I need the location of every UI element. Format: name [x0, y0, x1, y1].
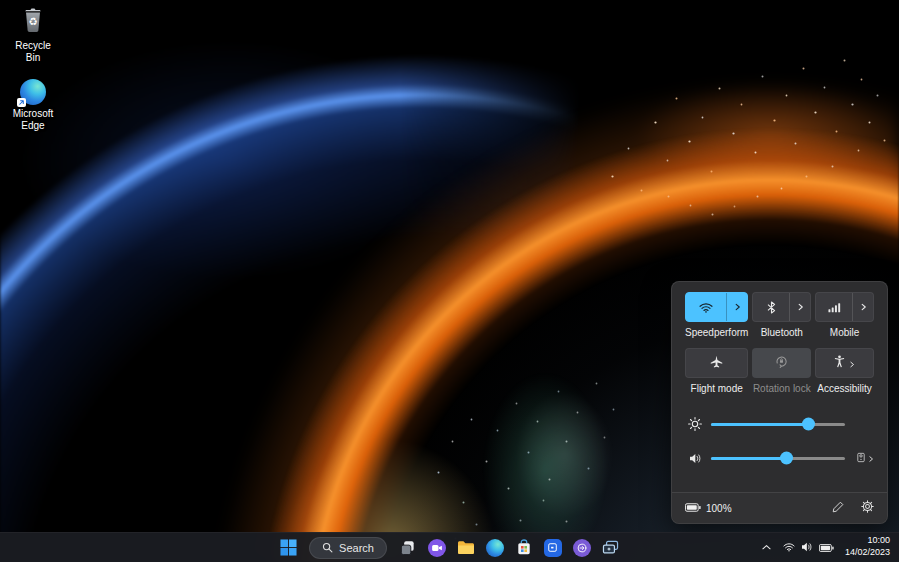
bluetooth-icon[interactable]: [753, 293, 789, 321]
volume-slider-row: [685, 441, 874, 475]
tile-flight-mode: Flight mode: [685, 348, 748, 394]
settings-gear-icon[interactable]: [861, 499, 874, 517]
bluetooth-toggle[interactable]: [752, 292, 811, 322]
cellular-icon[interactable]: [816, 293, 852, 321]
tray-speaker-icon: [801, 538, 813, 556]
mobile-toggle[interactable]: [815, 292, 874, 322]
tray-wifi-icon: [783, 538, 795, 556]
rotation-lock-icon: [775, 354, 788, 372]
accessibility-button[interactable]: [815, 348, 874, 378]
tray-battery-icon: [819, 538, 834, 556]
brightness-icon: [685, 417, 705, 431]
edge-browser-icon[interactable]: [483, 536, 507, 560]
accessibility-label: Accessibility: [817, 383, 871, 394]
desktop-icon-label: Microsoft Edge: [7, 108, 59, 131]
quick-settings-tiles: Speedperform Bluetooth: [685, 292, 874, 394]
volume-slider-thumb[interactable]: [780, 452, 793, 465]
search-box[interactable]: Search: [309, 537, 387, 559]
flight-mode-toggle[interactable]: [685, 348, 748, 378]
clock-date: 14/02/2023: [845, 547, 890, 559]
quick-settings-panel: Speedperform Bluetooth: [671, 281, 888, 524]
blue-tile-app-icon[interactable]: [541, 536, 565, 560]
desktop: ♻ Recycle Bin Microsoft Edge: [0, 0, 899, 562]
battery-status[interactable]: 100%: [685, 503, 732, 514]
bluetooth-label: Bluetooth: [761, 327, 803, 338]
arrow-circle-app-icon[interactable]: [570, 536, 594, 560]
recycle-bin-icon: ♻: [20, 5, 46, 37]
task-view-button[interactable]: [396, 536, 420, 560]
clock-time: 10:00: [845, 535, 890, 547]
microsoft-store-icon[interactable]: [512, 536, 536, 560]
tile-bluetooth: Bluetooth: [752, 292, 811, 338]
volume-slider-fill: [711, 457, 787, 460]
audio-output-icon: [857, 449, 865, 467]
brightness-slider-fill: [711, 423, 809, 426]
wifi-label: Speedperform: [685, 327, 748, 338]
mobile-expand-chevron-icon[interactable]: [852, 293, 873, 321]
clipchamp-app-icon[interactable]: [425, 536, 449, 560]
clock[interactable]: 10:00 14/02/2023: [841, 535, 897, 558]
tray-status-icons[interactable]: [776, 535, 841, 559]
rotation-lock-toggle[interactable]: [752, 348, 811, 378]
battery-icon: [685, 503, 701, 514]
mobile-label: Mobile: [830, 327, 859, 338]
brightness-slider[interactable]: [711, 423, 845, 426]
start-button[interactable]: [276, 536, 300, 560]
tile-mobile: Mobile: [815, 292, 874, 338]
accessibility-chevron-icon: [849, 354, 855, 372]
edit-pencil-icon[interactable]: [832, 499, 844, 517]
file-explorer-icon[interactable]: [454, 536, 478, 560]
brightness-slider-row: [685, 407, 874, 441]
desktop-icon-recycle-bin[interactable]: ♻ Recycle Bin: [4, 5, 62, 63]
desktop-icon-label: Recycle Bin: [7, 40, 59, 63]
airplane-icon: [710, 354, 723, 372]
wifi-expand-chevron-icon[interactable]: [726, 293, 747, 321]
quick-settings-footer: 100%: [672, 492, 887, 523]
second-screen-app-icon[interactable]: [599, 536, 623, 560]
volume-slider[interactable]: [711, 457, 845, 460]
brightness-slider-thumb[interactable]: [802, 418, 815, 431]
desktop-icon-list: ♻ Recycle Bin Microsoft Edge: [4, 5, 62, 131]
wifi-toggle[interactable]: [685, 292, 748, 322]
speaker-icon[interactable]: [685, 453, 705, 464]
rotation-lock-label: Rotation lock: [753, 383, 811, 394]
desktop-icon-microsoft-edge[interactable]: Microsoft Edge: [4, 79, 62, 131]
tile-rotation-lock: Rotation lock: [752, 348, 811, 394]
search-icon: [322, 539, 333, 557]
wallpaper-particles: [0, 0, 1, 1]
shortcut-arrow-icon: [17, 98, 26, 107]
tile-accessibility: Accessibility: [815, 348, 874, 394]
wifi-icon[interactable]: [686, 293, 726, 321]
search-label: Search: [339, 542, 374, 554]
tray-chevron-up-icon[interactable]: [758, 535, 776, 559]
audio-output-picker[interactable]: [852, 449, 874, 467]
bluetooth-expand-chevron-icon[interactable]: [789, 293, 810, 321]
tile-wifi: Speedperform: [685, 292, 748, 338]
footer-actions: [832, 499, 874, 517]
accessibility-icon: [834, 354, 845, 372]
audio-output-chevron-icon: [868, 449, 874, 467]
svg-text:♻: ♻: [28, 16, 37, 27]
battery-percent-label: 100%: [706, 503, 732, 514]
system-tray: 10:00 14/02/2023: [758, 532, 897, 562]
flight-mode-label: Flight mode: [691, 383, 743, 394]
edge-icon: [20, 79, 46, 105]
